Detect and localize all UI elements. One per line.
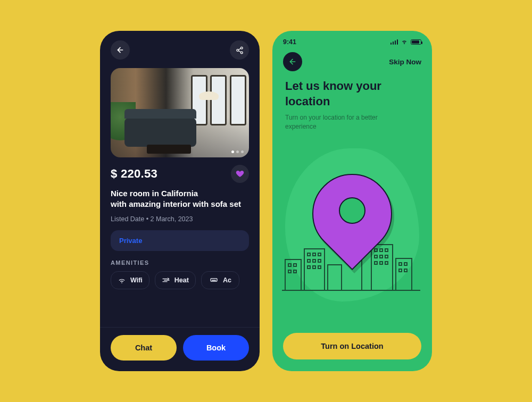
amenity-ac[interactable]: Ac <box>201 271 239 289</box>
listing-detail-screen: $ 220.53 Nice room in California with am… <box>100 31 260 371</box>
listing-footer: Chat Book <box>100 327 260 371</box>
amenity-label: Wifi <box>130 277 143 284</box>
carousel-dot[interactable] <box>236 150 239 153</box>
carousel-dot[interactable] <box>231 150 234 153</box>
book-button[interactable]: Book <box>183 335 249 361</box>
back-button[interactable] <box>111 40 130 60</box>
svg-rect-11 <box>288 264 291 266</box>
status-icons <box>390 39 422 45</box>
arrow-left-icon <box>288 57 297 66</box>
listing-title-line: with amazing interior with sofa set <box>111 199 241 208</box>
image-carousel-dots[interactable] <box>231 150 244 153</box>
listing-hero-image[interactable] <box>111 68 249 157</box>
room-sofa-shape <box>124 118 196 147</box>
svg-rect-39 <box>399 269 402 272</box>
status-bar: 9:41 <box>272 31 432 48</box>
skip-label: Skip Now <box>389 58 421 66</box>
room-window-shape <box>230 75 246 125</box>
svg-rect-13 <box>288 270 291 273</box>
listing-top-bar <box>100 31 260 65</box>
book-button-label: Book <box>206 344 226 352</box>
chat-button-label: Chat <box>135 344 152 352</box>
carousel-dot[interactable] <box>241 150 244 153</box>
price-row: $ 220.53 <box>111 165 249 183</box>
heart-icon <box>236 170 244 178</box>
room-lamp-shape <box>199 91 218 100</box>
privacy-tag[interactable]: Private <box>111 230 249 251</box>
listed-date-label: Listed Date <box>111 215 144 223</box>
svg-rect-38 <box>404 263 407 265</box>
location-permission-screen: 9:41 Skip Now Let us know your location … <box>272 31 432 371</box>
svg-rect-37 <box>399 263 402 265</box>
amenities-heading: AMENITIES <box>111 259 249 266</box>
location-footer: Turn on Location <box>272 333 432 371</box>
sub-line: Turn on your location for a better <box>285 114 378 121</box>
chat-button[interactable]: Chat <box>111 335 177 361</box>
listed-date-sep: • <box>144 215 150 223</box>
room-window-shape <box>210 75 227 125</box>
svg-rect-40 <box>404 269 407 272</box>
location-top-bar: Skip Now <box>272 48 432 73</box>
turn-on-location-label: Turn on Location <box>321 342 383 350</box>
listing-title: Nice room in California with amazing int… <box>111 188 249 210</box>
heading-line: Let us know your <box>285 79 381 93</box>
share-icon <box>236 46 244 54</box>
listing-price: $ 220.53 <box>111 167 157 181</box>
privacy-tag-label: Private <box>119 237 142 245</box>
battery-icon <box>411 39 421 45</box>
location-subheading: Turn on your location for a better exper… <box>272 112 432 131</box>
map-pin-icon <box>312 174 392 280</box>
arrow-left-icon <box>116 46 124 54</box>
location-illustration <box>272 137 432 333</box>
wifi-icon <box>401 39 408 45</box>
amenity-label: Ac <box>223 277 231 284</box>
share-button[interactable] <box>230 40 249 60</box>
heat-icon <box>162 276 170 284</box>
back-button[interactable] <box>283 52 302 71</box>
heading-line: location <box>285 95 330 108</box>
signal-icon <box>390 39 398 45</box>
listing-title-line: Nice room in California <box>111 189 198 198</box>
skip-button[interactable]: Skip Now <box>389 58 421 66</box>
listing-body: $ 220.53 Nice room in California with am… <box>100 165 260 327</box>
amenities-row: Wifi Heat Ac <box>111 271 249 289</box>
status-time: 9:41 <box>283 38 296 46</box>
amenity-label: Heat <box>174 277 189 284</box>
svg-rect-12 <box>294 264 296 266</box>
listed-date-value: 2 March, 2023 <box>151 215 193 223</box>
sub-line: experience <box>285 123 317 130</box>
svg-line-4 <box>238 51 240 52</box>
room-table-shape <box>147 145 191 154</box>
ac-icon <box>209 276 219 284</box>
svg-rect-16 <box>307 253 310 256</box>
svg-point-6 <box>121 282 122 283</box>
svg-line-5 <box>238 48 240 49</box>
amenity-wifi[interactable]: Wifi <box>111 271 149 289</box>
svg-rect-19 <box>307 259 310 262</box>
location-heading: Let us know your location <box>272 73 432 112</box>
svg-rect-14 <box>294 270 296 273</box>
favorite-button[interactable] <box>231 165 249 183</box>
amenity-heat[interactable]: Heat <box>155 271 196 289</box>
turn-on-location-button[interactable]: Turn on Location <box>283 333 421 359</box>
listed-date: Listed Date • 2 March, 2023 <box>111 215 249 223</box>
wifi-icon <box>118 276 126 284</box>
svg-rect-22 <box>307 266 310 269</box>
